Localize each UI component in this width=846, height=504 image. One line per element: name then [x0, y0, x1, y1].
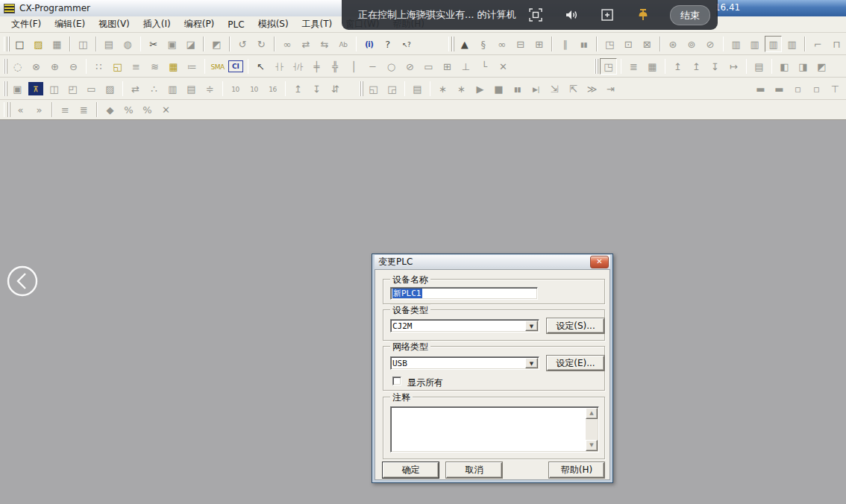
comment-note-button[interactable]: ◱	[109, 58, 126, 75]
cancel-button[interactable]: 取消	[446, 462, 502, 478]
menu-program[interactable]: 编程(P)	[178, 16, 222, 32]
menu-insert[interactable]: 插入(I)	[137, 16, 178, 32]
cut-button[interactable]: ✂	[145, 36, 162, 52]
contact-or-no-button[interactable]: ╪	[308, 58, 325, 75]
undo-button[interactable]: ↺	[234, 36, 251, 52]
window-float-button[interactable]: ▭	[83, 81, 100, 97]
toolbar-gripper[interactable]	[4, 81, 5, 96]
pause-shadow-button[interactable]: ∥	[557, 36, 574, 52]
addr-up-z-button[interactable]: ↥	[669, 58, 686, 75]
indent-right-button[interactable]: »	[31, 101, 48, 118]
monitor-device-button[interactable]: ⊟	[512, 36, 529, 52]
step-in-button[interactable]: ⇲	[546, 81, 563, 97]
binary-values-button[interactable]: ≑	[201, 81, 219, 97]
comment-scrollbar[interactable]: ▲ ▼	[586, 408, 598, 451]
transfer-device-button[interactable]: ⊞	[530, 36, 548, 52]
menu-simulation[interactable]: 模拟(S)	[251, 16, 295, 32]
rung-select-button[interactable]: ≡	[57, 101, 74, 118]
toolbar-gripper[interactable]	[4, 37, 7, 51]
pin-icon[interactable]	[634, 6, 652, 24]
comment-textarea[interactable]: ▲ ▼	[390, 406, 599, 453]
coil-button[interactable]: ○	[383, 58, 400, 75]
replace-all-button[interactable]: ⇆	[316, 36, 333, 52]
menu-plc[interactable]: PLC	[221, 18, 251, 31]
device-type-settings-button[interactable]: 设定(S)...	[547, 318, 604, 333]
sim-run-button[interactable]: ▶	[471, 81, 489, 97]
program-to-plc-button[interactable]: ⊡	[620, 36, 637, 52]
trace-c-button[interactable]: ▫	[789, 81, 806, 97]
rung-edit-button[interactable]: ≣	[75, 101, 93, 118]
context-help-button[interactable]: ↖?	[398, 36, 415, 52]
memory-card-button[interactable]: ▥	[783, 36, 800, 52]
io-comment-button[interactable]: ▤	[183, 81, 200, 97]
chevron-down-icon[interactable]: ▼	[525, 358, 538, 368]
info-button[interactable]: (i)	[360, 36, 377, 52]
radix-dec-button[interactable]: 10	[227, 81, 244, 97]
window-transfer-button[interactable]: ◫	[46, 81, 63, 97]
paste-co-button[interactable]: ◩	[208, 36, 225, 52]
radix-dec-ch-button[interactable]: 10	[245, 81, 263, 97]
menu-file[interactable]: 文件(F)	[4, 16, 48, 32]
toolbar-gripper[interactable]	[360, 81, 361, 96]
print-preview-button[interactable]: ◍	[119, 36, 137, 52]
pause-button[interactable]: ▮▮	[575, 36, 592, 52]
properties-button[interactable]: ▨	[101, 81, 119, 97]
redo-button[interactable]: ↻	[253, 36, 270, 52]
rung-wrap-button[interactable]: ≋	[146, 58, 163, 75]
force-set-button[interactable]: ↥	[289, 81, 307, 97]
indent-left-button[interactable]: «	[12, 101, 29, 118]
address-reference-button[interactable]: ∴	[145, 81, 163, 97]
step-run-button[interactable]: ▶|	[527, 81, 545, 97]
online-edit-button[interactable]: ⊛	[665, 36, 682, 52]
window-ok-button[interactable]: ◩	[813, 58, 830, 75]
change-case-button[interactable]: Ab	[335, 36, 352, 52]
online-edit-cancel-button[interactable]: ⊘	[702, 36, 719, 52]
sim-pause-button[interactable]: ▮▮	[509, 81, 526, 97]
trace-d-button[interactable]: ▫	[808, 81, 825, 97]
delete-line-button[interactable]: ✕	[495, 58, 512, 75]
zoom-out-button[interactable]: ⊖	[65, 58, 82, 75]
end-control-button[interactable]: 结束	[670, 5, 710, 25]
io-monitor-button[interactable]: ▥	[746, 36, 763, 52]
zoom-fit-button[interactable]: ⊗	[28, 58, 45, 75]
sim-pause-flag-button[interactable]: ∗	[434, 81, 451, 97]
addr-up-x-button[interactable]: ↥	[688, 58, 705, 75]
copy-button[interactable]: ▣	[163, 36, 181, 52]
radix-hex-button[interactable]: 16	[264, 81, 281, 97]
percent-down-button[interactable]: %	[139, 101, 156, 118]
time-chart-button[interactable]: ⊓	[828, 36, 845, 52]
program-verify-button[interactable]: ⊠	[639, 36, 656, 52]
sim-stop-button[interactable]: ■	[490, 81, 507, 97]
flag-clear-button[interactable]: ✕	[157, 101, 175, 118]
watch-window-button[interactable]: ▤	[751, 58, 768, 75]
network-type-combo[interactable]: USB ▼	[390, 356, 539, 370]
step-trace-button[interactable]: ⌐	[809, 36, 827, 52]
calendar-grid-button[interactable]: ▦	[644, 58, 661, 75]
differential-monitor-button[interactable]: ⇵	[327, 81, 344, 97]
ladder-view-button[interactable]: ▦	[165, 58, 182, 75]
run-to-end-button[interactable]: ⇥	[602, 81, 619, 97]
sim-scan-flag-button[interactable]: ∗	[453, 81, 470, 97]
window-compare-button[interactable]: ◰	[64, 81, 81, 97]
window-z-button[interactable]: ◧	[776, 58, 793, 75]
paste-button[interactable]: ◪	[182, 36, 199, 52]
memory-view-button[interactable]: ▥	[164, 81, 181, 97]
sim-debug-button[interactable]: ◲	[383, 81, 401, 97]
instruction-fb-button[interactable]: ⊞	[439, 58, 456, 75]
vertical-line-button[interactable]: │	[345, 58, 363, 75]
save-button[interactable]: ▦	[48, 36, 66, 52]
ok-button[interactable]: 确定	[383, 462, 439, 478]
window-x-button[interactable]: ◨	[795, 58, 812, 75]
rung-list-button[interactable]: ≡	[128, 58, 145, 75]
dialog-titlebar[interactable]: 变更PLC ✕	[375, 255, 610, 269]
data-monitor-button[interactable]: ▥	[765, 36, 782, 52]
grid-button[interactable]: ∷	[90, 58, 107, 75]
new-window-icon[interactable]	[598, 6, 616, 24]
auto-online-button[interactable]: §	[474, 36, 492, 52]
compile-button[interactable]: ◳	[601, 36, 618, 52]
contact-or-nc-button[interactable]: ╬	[327, 58, 344, 75]
fullscreen-icon[interactable]	[527, 6, 545, 24]
ci-symbol-button[interactable]: CI	[228, 60, 243, 72]
zoom-in-button[interactable]: ⊕	[46, 58, 63, 75]
toolbar-gripper[interactable]	[4, 59, 5, 74]
